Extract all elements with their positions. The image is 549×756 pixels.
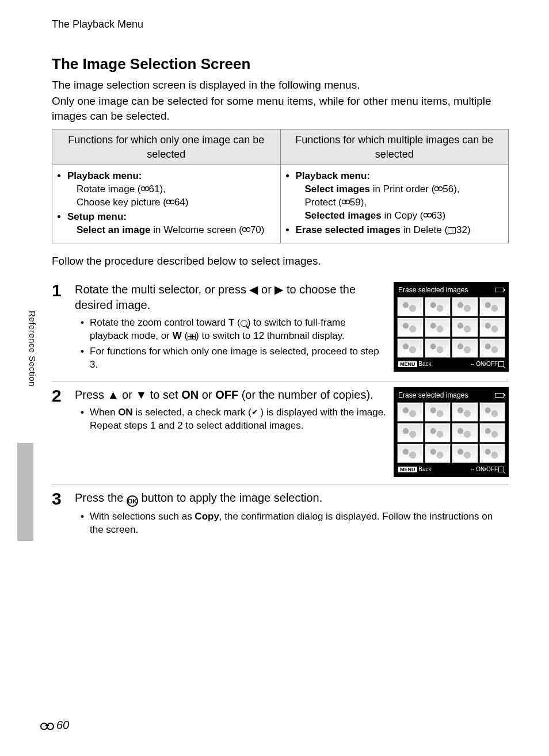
reference-icon [141, 186, 149, 190]
onoff-label: ON/OFF [476, 465, 498, 474]
erase-images-ref: 32) [456, 224, 471, 235]
protect-ref: 59), [350, 197, 367, 208]
b2-pre: When [90, 407, 118, 418]
step-1-head-mid: or [258, 283, 274, 296]
page-number: 60 [40, 717, 69, 733]
table-cell-right: Playback menu: Select images in Print or… [280, 165, 509, 243]
left-triangle-icon: ◀ [249, 283, 258, 296]
follow-text: Follow the procedure described below to … [52, 254, 509, 269]
selected-images-ref: 63) [432, 210, 446, 221]
thumbnail [425, 297, 451, 316]
thumbnail [397, 423, 424, 442]
setup-menu-label: Setup menu: [67, 211, 127, 222]
reference-icon [166, 199, 174, 204]
step-number: 1 [52, 282, 68, 299]
thumbnail-grid [396, 296, 506, 359]
back-label: Back [418, 361, 431, 367]
step-2-head-post2: (or the number of copies). [238, 388, 373, 401]
copy-label: Copy [195, 511, 219, 522]
thumbnail [479, 318, 506, 337]
b1-mid3: ( [182, 330, 188, 341]
side-tab-label: Reference Section [26, 311, 38, 387]
nav-arrow-icon: ↔ [470, 360, 475, 368]
playback-menu-label-r: Playback menu: [296, 170, 370, 181]
key-picture-ref: 64) [174, 197, 189, 208]
thumbnail [397, 444, 424, 463]
camera-screen-2: Erase selected images MENU Back ↔ON/OFF [394, 387, 509, 477]
thumbnail [425, 318, 451, 337]
step-2-head-pre: Press [75, 388, 108, 401]
thumbnail [452, 297, 478, 316]
thumbnail [479, 338, 506, 358]
or-label: or [199, 388, 215, 401]
step-number: 2 [52, 387, 68, 404]
table-cell-left: Playback menu: Rotate image (61), Choose… [52, 165, 281, 243]
selected-images-bold: Selected images [305, 210, 382, 221]
screen-1-title: Erase selected images [398, 285, 468, 295]
intro-line-1: The image selection screen is displayed … [52, 78, 509, 93]
reference-icon [434, 186, 443, 190]
page-title: The Image Selection Screen [52, 54, 509, 74]
thumbnail [479, 423, 506, 442]
step-3-heading: Press the OK button to apply the image s… [75, 490, 509, 507]
onoff-label: ON/OFF [476, 360, 498, 368]
step-3-head-pre: Press the [75, 491, 127, 504]
up-triangle-icon: ▲ [108, 388, 119, 401]
on-label: ON [181, 388, 199, 401]
on-label-2: ON [118, 407, 133, 418]
step-1: 1 Rotate the multi selector, or press ◀ … [52, 276, 509, 381]
thumbnail [397, 297, 424, 316]
key-picture-text: Choose key picture ( [77, 197, 166, 208]
step-1-heading: Rotate the multi selector, or press ◀ or… [75, 282, 387, 313]
thumbnail [452, 423, 478, 442]
thumbnail [452, 318, 478, 337]
thumbnail [425, 444, 451, 463]
checkmark-icon [251, 409, 261, 416]
camera-screen-1: Erase selected images MENU Back ↔ON/OFF [394, 282, 509, 372]
battery-icon [495, 393, 504, 398]
magnify-icon [241, 320, 247, 327]
b1-mid4: ) to switch to 12 thumbnail display. [196, 330, 345, 341]
off-label: OFF [215, 388, 238, 401]
thumbnail [452, 444, 478, 463]
menu-badge: MENU [398, 361, 417, 367]
table-header-left: Functions for which only one image can b… [52, 129, 281, 165]
reference-icon [342, 199, 350, 204]
step-2-head-post1: to set [147, 388, 181, 401]
nav-arrow-icon: ↔ [470, 465, 475, 474]
thumbnail [425, 338, 451, 358]
rotate-image-ref: 61), [149, 184, 166, 194]
step-3-bullet-1: With selections such as Copy, the confir… [81, 510, 509, 537]
rotate-image-text: Rotate image ( [77, 184, 141, 194]
select-images-bold: Select images [305, 184, 370, 194]
table-header-right: Functions for which multiple images can … [280, 129, 509, 165]
thumbnail-grid [396, 401, 506, 464]
reference-icon [40, 721, 54, 730]
step-2: 2 Press ▲ or ▼ to set ON or OFF (or the … [52, 381, 509, 484]
thumbnail [479, 297, 506, 316]
b2-mid: is selected, a check mark ( [133, 407, 251, 418]
thumbnail [425, 402, 451, 422]
b1-pre: Rotate the zoom control toward [90, 317, 228, 328]
select-images-ref: 56), [443, 184, 459, 194]
thumbnail [452, 402, 478, 422]
b3-pre: With selections such as [90, 511, 195, 522]
step-3-head-post: button to apply the image selection. [138, 491, 322, 504]
protect-text: Protect ( [305, 197, 342, 208]
step-1-head-pre: Rotate the multi selector, or press [75, 283, 249, 296]
breadcrumb: The Playback Menu [52, 17, 509, 31]
select-image-bold: Select an image [77, 224, 151, 235]
t-label: T [228, 317, 234, 328]
thumbnail [397, 402, 424, 422]
menu-badge: MENU [398, 467, 417, 472]
zoom-icon [498, 467, 504, 472]
erase-images-rest: in Delete ( [401, 224, 448, 235]
thumbnail [397, 338, 424, 358]
book-icon [448, 227, 456, 234]
page-number-value: 60 [56, 717, 69, 733]
thumbnail-grid-icon [188, 334, 196, 339]
functions-table: Functions for which only one image can b… [52, 129, 509, 243]
b1-mid1: ( [234, 317, 240, 328]
table-row: Playback menu: Rotate image (61), Choose… [52, 165, 509, 243]
down-triangle-icon: ▼ [135, 388, 147, 401]
